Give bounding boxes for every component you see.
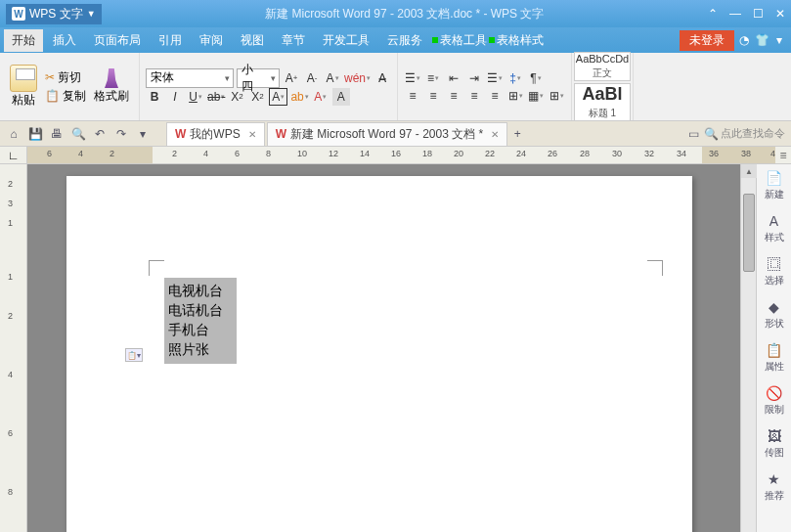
tab-table-style[interactable]: 表格样式: [489, 32, 544, 49]
page-area[interactable]: 电视机台 电话机台 手机台 照片张 📋▾: [27, 164, 740, 532]
login-button[interactable]: 未登录: [680, 30, 734, 51]
font-color-button[interactable]: A: [312, 88, 330, 106]
undo-icon[interactable]: ↶: [92, 126, 108, 142]
select-icon: ⿴: [768, 256, 781, 272]
font-name-combo[interactable]: 宋体: [146, 68, 234, 88]
scissors-icon: ✂: [45, 70, 55, 84]
align-justify-button[interactable]: ≡: [465, 87, 483, 105]
tab-reference[interactable]: 引用: [151, 29, 190, 52]
qat-more-icon[interactable]: ▾: [135, 126, 151, 142]
tab-pagelayout[interactable]: 页面布局: [86, 29, 149, 52]
ribbon: 粘贴 ✂剪切 📋复制 格式刷 宋体 小四 A+ A- A wén A̶ B I …: [0, 53, 791, 121]
phonetic-guide-button[interactable]: wén: [344, 69, 371, 87]
tab-document[interactable]: W 新建 Microsoft Word 97 - 2003 文档 * ✕: [267, 122, 508, 146]
scrollbar-vertical[interactable]: ▲ ▼: [740, 164, 756, 532]
clipboard-group: 粘贴 ✂剪切 📋复制 格式刷: [0, 53, 140, 120]
ruler-tick: 6: [47, 149, 52, 158]
side-restrict[interactable]: 🚫限制: [765, 385, 784, 417]
tab-start[interactable]: 开始: [4, 29, 43, 52]
bullets-button[interactable]: ☰: [404, 69, 421, 87]
ruler-horizontal[interactable]: ∟ 64224681012141618202224262830323436384…: [0, 147, 791, 164]
char-shading-button[interactable]: A: [332, 88, 350, 106]
align-right-button[interactable]: ≡: [445, 87, 462, 105]
align-distribute-button[interactable]: ≡: [486, 87, 504, 105]
bold-button[interactable]: B: [146, 88, 163, 106]
tab-devtools[interactable]: 开发工具: [315, 29, 377, 52]
side-select[interactable]: ⿴选择: [765, 256, 784, 288]
search-icon[interactable]: 🔍: [703, 126, 719, 142]
format-painter-button[interactable]: 格式刷: [90, 66, 133, 107]
shading-button[interactable]: ▦: [527, 87, 545, 105]
change-case-button[interactable]: A: [324, 69, 341, 87]
close-icon[interactable]: ✕: [775, 7, 785, 21]
cut-button[interactable]: ✂剪切: [45, 69, 86, 86]
tab-review[interactable]: 审阅: [192, 29, 231, 52]
scroll-up-icon[interactable]: ▲: [741, 164, 757, 178]
style-normal[interactable]: AaBbCcDd 正文: [574, 52, 631, 81]
page[interactable]: 电视机台 电话机台 手机台 照片张 📋▾: [66, 176, 692, 532]
borders-button[interactable]: ⊞: [548, 87, 565, 105]
side-styles[interactable]: A样式: [765, 213, 784, 244]
line-spacing-button[interactable]: ‡: [506, 69, 524, 87]
strike-button[interactable]: ab: [207, 88, 225, 106]
paste-button[interactable]: 粘贴: [6, 63, 41, 111]
tab-insert[interactable]: 插入: [45, 29, 84, 52]
close-tab-icon[interactable]: ✕: [248, 129, 256, 140]
maximize-icon[interactable]: ☐: [753, 7, 764, 21]
clear-format-button[interactable]: A̶: [374, 69, 391, 87]
font-size-combo[interactable]: 小四: [237, 68, 280, 88]
file-icon: 📄: [766, 170, 782, 186]
decrease-indent-button[interactable]: ⇤: [445, 69, 462, 87]
grow-font-button[interactable]: A+: [283, 69, 300, 87]
wps-tab-icon: W: [175, 127, 186, 141]
ruler-tick: 2: [172, 149, 177, 158]
text-line: 手机台: [168, 321, 223, 340]
tab-cloud[interactable]: 云服务: [379, 29, 430, 52]
ruler-vertical[interactable]: 23112468: [0, 164, 27, 532]
ribbon-min-icon[interactable]: ⌃: [708, 7, 718, 21]
print-icon[interactable]: 🖶: [49, 126, 65, 142]
redo-icon[interactable]: ↷: [113, 126, 129, 142]
command-search[interactable]: 点此查找命令: [721, 126, 785, 141]
minimize-icon[interactable]: —: [729, 7, 741, 21]
align-center-button[interactable]: ≡: [424, 87, 442, 105]
tab-table-tools[interactable]: 表格工具: [432, 32, 487, 49]
tab-mywps[interactable]: W 我的WPS ✕: [166, 122, 265, 146]
ruler-end-icon[interactable]: ≡: [775, 147, 791, 163]
tab-view[interactable]: 视图: [233, 29, 272, 52]
side-recommend[interactable]: ★推荐: [765, 471, 784, 503]
highlight-button[interactable]: ab: [290, 88, 308, 106]
increase-indent-button[interactable]: ⇥: [465, 69, 483, 87]
help-caret-icon[interactable]: ▾: [771, 33, 787, 47]
tab-chapter[interactable]: 章节: [274, 29, 313, 52]
italic-button[interactable]: I: [166, 88, 184, 106]
show-marks-button[interactable]: ¶: [527, 69, 545, 87]
side-shape[interactable]: ◆形状: [765, 299, 784, 331]
skin-icon[interactable]: ◔: [736, 33, 752, 47]
align-left-button[interactable]: ≡: [404, 87, 421, 105]
copy-button[interactable]: 📋复制: [45, 88, 86, 105]
tshirt-icon[interactable]: 👕: [754, 33, 769, 47]
home-icon[interactable]: ⌂: [6, 126, 22, 142]
paste-options-icon[interactable]: 📋▾: [125, 348, 143, 362]
ruler-tick: 20: [454, 149, 463, 158]
style-heading1[interactable]: AaBl 标题 1: [574, 83, 631, 121]
app-menu-caret[interactable]: ▼: [87, 9, 96, 19]
tab-selector[interactable]: ∟: [0, 147, 27, 164]
side-upload[interactable]: 🖼传图: [765, 428, 784, 460]
numbering-button[interactable]: ≡: [424, 69, 442, 87]
text-direction-button[interactable]: ☰: [486, 69, 504, 87]
side-props[interactable]: 📋属性: [765, 342, 784, 374]
scroll-thumb[interactable]: [743, 194, 755, 272]
shrink-font-button[interactable]: A-: [303, 69, 321, 87]
close-tab-icon[interactable]: ✕: [491, 129, 499, 140]
char-border-button[interactable]: A: [269, 88, 287, 106]
side-new[interactable]: 📄新建: [765, 170, 784, 201]
tab-stops-button[interactable]: ⊞: [506, 87, 524, 105]
underline-button[interactable]: U: [187, 88, 204, 106]
print-preview-icon[interactable]: 🔍: [70, 126, 86, 142]
new-tab-button[interactable]: +: [509, 126, 525, 142]
save-icon[interactable]: 💾: [27, 126, 43, 142]
tablist-icon[interactable]: ▭: [685, 126, 701, 142]
selected-text[interactable]: 电视机台 电话机台 手机台 照片张: [164, 278, 237, 364]
